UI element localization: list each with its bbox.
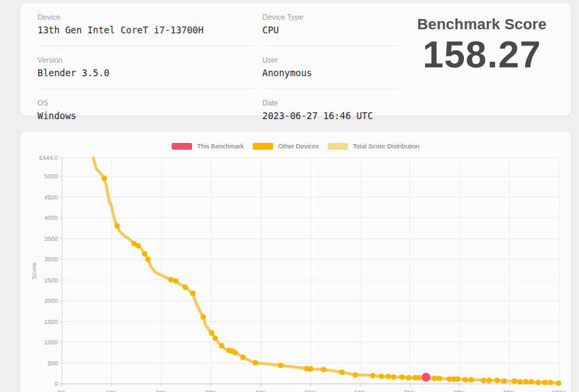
y-tick-label: 5444.0 — [39, 154, 58, 161]
y-tick-label: 3500 — [44, 235, 58, 242]
y-tick-label: 500 — [48, 360, 58, 367]
other-device-dot[interactable] — [512, 378, 517, 384]
other-device-dot[interactable] — [386, 374, 391, 379]
other-device-dot[interactable] — [232, 350, 238, 355]
benchmark-score-block: Benchmark Score 158.27 — [405, 16, 559, 74]
x-tick-label: 0% — [57, 389, 66, 392]
distribution-line[interactable] — [93, 158, 559, 383]
other-device-dot[interactable] — [136, 243, 141, 248]
other-device-dot[interactable] — [308, 366, 313, 372]
other-device-dot[interactable] — [219, 343, 224, 348]
other-device-dot[interactable] — [190, 291, 195, 296]
device-type-value: CPU — [262, 23, 402, 37]
y-tick-label: 5000 — [44, 173, 58, 180]
other-device-dot[interactable] — [142, 251, 147, 257]
info-column-left: Device 13th Gen Intel CoreT i7-13700H Ve… — [37, 3, 255, 131]
other-device-dot[interactable] — [437, 376, 442, 381]
other-device-dot[interactable] — [353, 372, 358, 378]
version-value: Blender 3.5.0 — [37, 66, 255, 80]
benchmark-info-card: Device 13th Gen Intel CoreT i7-13700H Ve… — [20, 3, 571, 116]
other-device-dot[interactable] — [183, 284, 188, 290]
other-device-dot[interactable] — [548, 380, 553, 385]
y-tick-label: 2000 — [44, 297, 58, 304]
benchmark-score-value: 158.27 — [405, 35, 559, 74]
y-tick-label: 0 — [54, 380, 58, 387]
x-tick-label: 10% — [106, 389, 118, 392]
version-field: Version Blender 3.5.0 — [37, 46, 255, 89]
version-label: Version — [37, 56, 255, 65]
y-tick-label: 2500 — [44, 277, 58, 284]
x-tick-label: 90% — [503, 389, 516, 392]
other-device-dot[interactable] — [469, 377, 474, 382]
other-device-dot[interactable] — [213, 336, 218, 341]
y-tick-label: 1500 — [44, 318, 58, 325]
other-device-dot[interactable] — [200, 314, 206, 320]
x-tick-label: 50% — [304, 389, 317, 392]
x-tick-label: 70% — [404, 389, 416, 392]
score-distribution-card: This BenchmarkOther DevicesTotal Score D… — [20, 131, 571, 392]
other-device-dot[interactable] — [173, 278, 178, 284]
other-device-dot[interactable] — [556, 380, 561, 386]
y-axis-title: Score — [30, 263, 37, 280]
user-field: User Anonymous — [262, 46, 402, 89]
other-device-dot[interactable] — [399, 374, 405, 380]
y-tick-label: 4500 — [44, 194, 58, 201]
other-device-dot[interactable] — [529, 379, 534, 385]
x-tick-label: 80% — [454, 389, 466, 392]
x-tick-label: 30% — [205, 389, 217, 392]
other-device-dot[interactable] — [253, 360, 258, 365]
date-field: Date 2023-06-27 16:46 UTC — [262, 89, 402, 131]
other-device-dot[interactable] — [463, 377, 468, 382]
other-device-dot[interactable] — [209, 330, 215, 336]
device-type-field: Device Type CPU — [262, 3, 402, 46]
other-device-dot[interactable] — [391, 374, 396, 380]
device-label: Device — [37, 13, 255, 22]
this-benchmark-dot[interactable] — [422, 373, 431, 382]
other-device-dot[interactable] — [486, 378, 492, 383]
other-device-dot[interactable] — [379, 374, 384, 379]
os-label: OS — [37, 99, 255, 108]
other-device-dot[interactable] — [517, 379, 522, 385]
other-device-dot[interactable] — [370, 373, 375, 378]
os-field: OS Windows — [37, 89, 255, 131]
benchmark-score-heading: Benchmark Score — [405, 16, 559, 33]
device-field: Device 13th Gen Intel CoreT i7-13700H — [37, 3, 255, 46]
x-tick-label: 100% — [551, 389, 567, 392]
other-device-dot[interactable] — [495, 378, 500, 383]
x-tick-label: 20% — [155, 389, 168, 392]
os-value: Windows — [37, 109, 255, 122]
user-label: User — [262, 56, 402, 65]
other-device-dot[interactable] — [168, 277, 174, 282]
user-value: Anonymous — [262, 66, 402, 80]
other-device-dot[interactable] — [240, 355, 246, 360]
other-device-dot[interactable] — [432, 376, 437, 381]
other-device-dot[interactable] — [455, 376, 460, 382]
score-distribution-chart[interactable]: 5444.05000450040003500300025002000150010… — [20, 131, 571, 392]
other-device-dot[interactable] — [278, 363, 283, 368]
other-device-dot[interactable] — [114, 223, 120, 229]
other-device-dot[interactable] — [339, 370, 345, 375]
other-device-dot[interactable] — [101, 176, 107, 181]
date-value: 2023-06-27 16:46 UTC — [262, 109, 402, 122]
other-device-dot[interactable] — [535, 380, 541, 385]
device-type-label: Device Type — [262, 13, 402, 22]
info-column-middle: Device Type CPU User Anonymous Date 2023… — [262, 3, 402, 131]
other-device-dot[interactable] — [501, 378, 507, 384]
other-device-dot[interactable] — [523, 379, 529, 385]
y-tick-label: 3000 — [44, 256, 58, 263]
y-tick-label: 4000 — [44, 214, 58, 221]
other-device-dot[interactable] — [406, 375, 411, 380]
date-label: Date — [262, 99, 402, 108]
other-device-dot[interactable] — [321, 367, 326, 372]
distribution-line-halo — [93, 158, 559, 383]
device-value: 13th Gen Intel CoreT i7-13700H — [37, 23, 255, 37]
x-tick-label: 60% — [354, 389, 366, 392]
other-device-dot[interactable] — [145, 257, 151, 262]
other-device-dot[interactable] — [416, 375, 422, 380]
other-device-dot[interactable] — [481, 378, 486, 383]
other-device-dot[interactable] — [542, 380, 548, 385]
y-tick-label: 1000 — [44, 339, 58, 346]
x-tick-label: 40% — [255, 389, 267, 392]
